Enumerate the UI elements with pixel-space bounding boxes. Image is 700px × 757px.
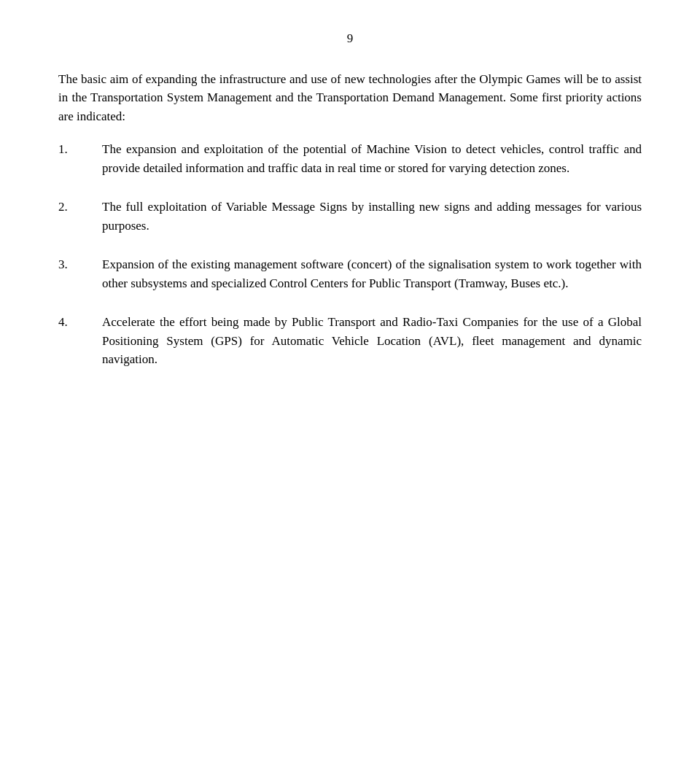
list-content: The expansion and exploitation of the po…: [102, 140, 642, 177]
list-number: 3.: [58, 255, 102, 292]
page-number: 9: [58, 29, 642, 48]
list-number: 1.: [58, 140, 102, 177]
list-container: 1. The expansion and exploitation of the…: [58, 140, 642, 369]
intro-paragraph: The basic aim of expanding the infrastru…: [58, 70, 642, 126]
list-item: 1. The expansion and exploitation of the…: [58, 140, 642, 177]
list-content: Expansion of the existing management sof…: [102, 255, 642, 292]
list-item: 4. Accelerate the effort being made by P…: [58, 313, 642, 369]
list-content: Accelerate the effort being made by Publ…: [102, 313, 642, 369]
list-item: 3. Expansion of the existing management …: [58, 255, 642, 292]
list-item: 2. The full exploitation of Variable Mes…: [58, 198, 642, 235]
list-number: 2.: [58, 198, 102, 235]
list-number: 4.: [58, 313, 102, 369]
list-content: The full exploitation of Variable Messag…: [102, 198, 642, 235]
